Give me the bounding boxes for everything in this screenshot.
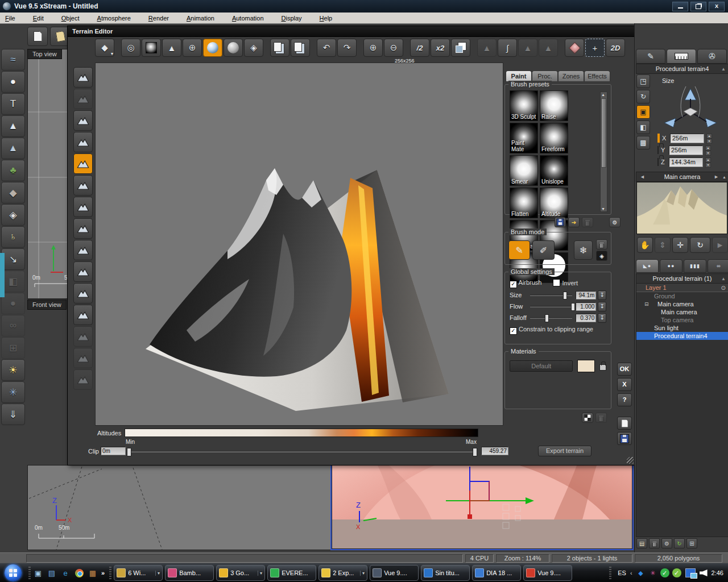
material-shaded-button[interactable]: ▾ bbox=[224, 39, 243, 57]
scene-tree-item[interactable]: ⊟ Layer 1 ⊙ bbox=[636, 284, 728, 292]
size-tab[interactable]: ▣ bbox=[636, 105, 650, 119]
menu-item[interactable]: Display bbox=[276, 14, 307, 23]
ridge-brush[interactable] bbox=[73, 218, 93, 239]
taskbar-task-button[interactable]: Vue 9.... ▾ bbox=[523, 565, 572, 581]
invert-frozen-button[interactable]: ◈ bbox=[596, 251, 607, 261]
panel-tab[interactable]: Paint bbox=[506, 70, 532, 81]
clip-min-thumb[interactable] bbox=[127, 448, 131, 456]
parameter-slider[interactable] bbox=[530, 294, 572, 296]
task-dropdown-arrow[interactable]: ▾ bbox=[258, 571, 262, 576]
animation-tab[interactable]: ✇ bbox=[697, 49, 727, 64]
minimize-button[interactable] bbox=[672, 2, 688, 11]
altitude-gradient[interactable] bbox=[125, 429, 478, 437]
parameter-slider[interactable] bbox=[530, 306, 572, 307]
menu-item[interactable]: Atmosphere bbox=[92, 14, 136, 23]
material-checker-button[interactable] bbox=[582, 413, 593, 423]
canyon-brush[interactable] bbox=[73, 305, 93, 325]
brush-preset[interactable]: 3D Sculpt bbox=[510, 90, 538, 121]
media-quick-launch[interactable]: ▦ bbox=[88, 568, 98, 578]
brush-preset[interactable]: Freeform bbox=[540, 123, 568, 153]
object-name-header[interactable]: Procedural terrain4 ▲ bbox=[636, 64, 728, 74]
close-button[interactable]: X bbox=[709, 2, 725, 11]
double-resolution-button[interactable]: x2 ▾ bbox=[431, 39, 450, 57]
pan-hand-button[interactable]: ✋ bbox=[637, 237, 653, 253]
crater-brush[interactable] bbox=[73, 326, 93, 347]
volcano-brush[interactable] bbox=[73, 89, 93, 109]
mountain-brush[interactable] bbox=[73, 153, 93, 174]
slider-thumb[interactable] bbox=[545, 314, 549, 322]
fit-terrain-view-button[interactable]: + ▾ bbox=[585, 39, 605, 57]
dropbox-tray-icon[interactable]: ◆ bbox=[636, 568, 646, 577]
axis-lock-icon[interactable] bbox=[657, 159, 659, 165]
ventilator-tool[interactable]: ✳ bbox=[1, 381, 25, 403]
terrain-3d-canvas[interactable] bbox=[95, 63, 503, 426]
glaciation-button[interactable]: ∫ ▾ bbox=[498, 39, 517, 57]
menu-item[interactable]: Render bbox=[143, 14, 174, 23]
terrain-display-mode-button[interactable]: ◆ ▾ bbox=[95, 39, 114, 57]
scene-tree-item[interactable]: ⊟ Sun light ⊙ bbox=[636, 324, 728, 332]
parameter-value[interactable]: 0.370 bbox=[576, 314, 596, 322]
refresh-browser-button[interactable]: ↻ bbox=[674, 538, 685, 548]
material-delete-button[interactable] bbox=[595, 413, 607, 423]
axis-lock-icon[interactable] bbox=[657, 147, 659, 153]
parameter-value[interactable]: 94.1m bbox=[576, 291, 596, 300]
vegetation-tool[interactable]: ♣ bbox=[1, 160, 25, 181]
new-scene-button[interactable] bbox=[27, 27, 48, 46]
light-tool[interactable]: ☀ bbox=[1, 359, 25, 381]
color-app-tray-icon[interactable]: ✳ bbox=[648, 568, 657, 577]
menu-item[interactable]: Animation bbox=[181, 14, 220, 23]
task-dropdown-arrow[interactable]: ▾ bbox=[155, 571, 160, 576]
procedural-terrain-tool[interactable]: ▲ bbox=[1, 138, 25, 159]
mountain-range-brush[interactable] bbox=[73, 283, 93, 304]
sculpt-mode-button[interactable]: ✎ bbox=[508, 240, 530, 260]
resize-terrain-button[interactable]: ▾ bbox=[451, 39, 470, 57]
pivot-tab[interactable]: ◧ bbox=[636, 120, 650, 134]
brush-preset[interactable]: Raise bbox=[540, 90, 568, 121]
terrain-only-view-button[interactable]: ◈ ▾ bbox=[244, 39, 263, 57]
parameter-value[interactable]: 1.000 bbox=[576, 302, 596, 311]
duplicate-settings-button[interactable]: ⚙ bbox=[661, 538, 672, 548]
boolean-tool[interactable]: ◧ bbox=[1, 271, 25, 292]
erosion-button[interactable]: ▲ ▾ bbox=[477, 39, 497, 57]
links-browser-tab[interactable]: ∞ bbox=[708, 259, 728, 273]
show-desktop-quick-launch[interactable]: ▣ bbox=[33, 568, 43, 578]
reset-terrain-button[interactable]: ▾ bbox=[565, 39, 584, 57]
snowy-peak-brush[interactable] bbox=[73, 175, 93, 196]
mode-2d-button[interactable]: 2D ▾ bbox=[606, 39, 625, 57]
clip-max-thumb[interactable] bbox=[473, 448, 477, 456]
taskbar-task-button[interactable]: DIA 18 ... ▾ bbox=[472, 565, 521, 581]
material-swatch[interactable] bbox=[577, 360, 595, 372]
freeze-mode-button[interactable]: ❄ bbox=[574, 240, 593, 260]
axis-spinner[interactable]: ▲▼ bbox=[705, 146, 711, 155]
plateau-brush[interactable] bbox=[73, 240, 93, 260]
paint-tab[interactable]: ✎ bbox=[636, 49, 665, 64]
menu-item[interactable]: Object bbox=[56, 14, 85, 23]
text-object-tool[interactable]: T bbox=[1, 93, 25, 115]
slider-thumb[interactable] bbox=[571, 303, 575, 311]
export-terrain-button[interactable]: Export terrain bbox=[538, 446, 592, 456]
zoom-updown-button[interactable]: ⇕ bbox=[655, 237, 671, 253]
axis-value-field[interactable]: 256m bbox=[669, 146, 703, 155]
restore-button[interactable] bbox=[690, 2, 706, 11]
taskbar-task-button[interactable]: 6 Wi... ▾ bbox=[114, 565, 163, 581]
metablob-tool[interactable]: ∞ bbox=[1, 315, 25, 336]
taskbar-task-button[interactable]: Bamb... ▾ bbox=[165, 565, 214, 581]
numerics-tab[interactable] bbox=[667, 49, 696, 64]
terraces-button[interactable]: ▲ ▾ bbox=[518, 39, 537, 57]
brush-preset[interactable]: Unislope bbox=[540, 155, 568, 186]
axis-value-field[interactable]: 144.34m bbox=[669, 157, 703, 167]
new-layer-button[interactable]: ▤ bbox=[636, 538, 647, 548]
half-resolution-button[interactable]: /2 ▾ bbox=[410, 39, 429, 57]
delete-brush-button[interactable] bbox=[582, 217, 593, 227]
taskbar-task-button[interactable]: 3 Go... ▾ bbox=[216, 565, 265, 581]
help-button[interactable]: ? bbox=[617, 393, 632, 406]
slider-thumb[interactable] bbox=[563, 292, 567, 300]
rock-tool[interactable]: ◆ bbox=[1, 182, 25, 203]
menu-item[interactable]: Help bbox=[315, 14, 338, 23]
undo-button[interactable]: ↶ ▾ bbox=[317, 39, 336, 57]
tray-collapse-arrow[interactable]: ‹ bbox=[630, 569, 632, 576]
language-indicator[interactable]: ES bbox=[618, 569, 626, 576]
expander-icon[interactable]: ⊟ bbox=[644, 301, 650, 307]
previous-camera-arrow[interactable]: ◄ bbox=[640, 174, 645, 180]
paste-terrain-button[interactable]: ▾ bbox=[291, 39, 310, 57]
